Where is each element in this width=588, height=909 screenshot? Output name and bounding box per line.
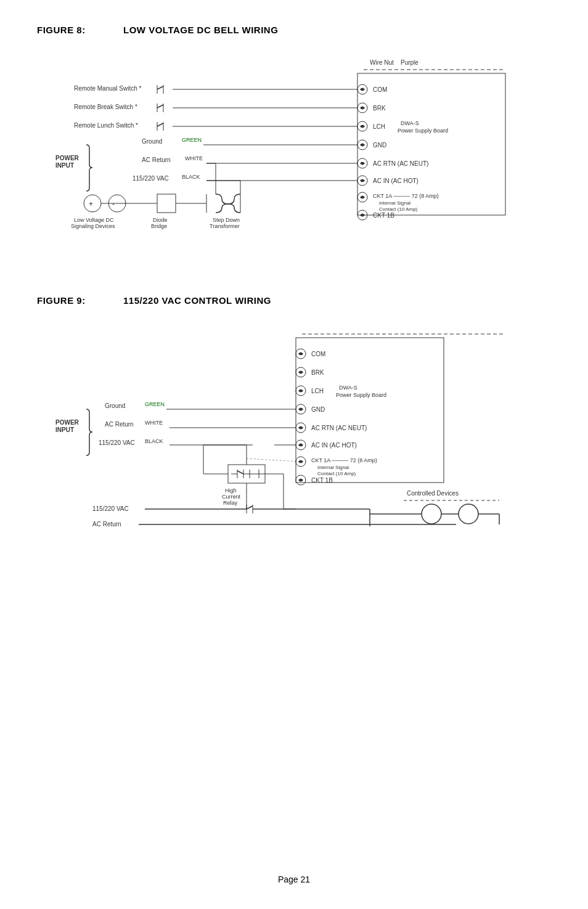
svg-text:CKT 1A ——— 72 (8 Amp): CKT 1A ——— 72 (8 Amp) [311, 457, 377, 463]
svg-text:POWER: POWER [55, 419, 80, 426]
svg-text:Wire Nut: Wire Nut [370, 59, 394, 66]
svg-text:GND: GND [311, 406, 325, 413]
svg-text:-: - [112, 200, 115, 208]
svg-line-125 [247, 506, 253, 509]
svg-text:Controlled Devices: Controlled Devices [407, 490, 459, 497]
svg-text:+: + [89, 200, 93, 208]
svg-text:GREEN: GREEN [145, 401, 165, 407]
figure8-section: FIGURE 8: LOW VOLTAGE DC BELL WIRING Wir… [37, 25, 551, 271]
svg-text:Internal Signal: Internal Signal [379, 200, 410, 206]
svg-text:AC Return: AC Return [92, 521, 121, 528]
svg-point-132 [459, 504, 478, 524]
svg-line-33 [157, 105, 163, 108]
figure8-title-text: LOW VOLTAGE DC BELL WIRING [123, 25, 278, 35]
svg-text:WHITE: WHITE [185, 155, 203, 161]
svg-text:Low Voltage DC: Low Voltage DC [74, 217, 114, 223]
svg-text:Current: Current [222, 494, 241, 500]
svg-text:AC RTN (AC NEUT): AC RTN (AC NEUT) [311, 425, 367, 431]
svg-text:AC Return: AC Return [142, 157, 171, 163]
svg-text:INPUT: INPUT [55, 162, 74, 169]
svg-text:AC Return: AC Return [105, 421, 134, 428]
svg-text:BLACK: BLACK [145, 438, 163, 444]
svg-text:CKT 1B: CKT 1B [311, 477, 333, 484]
svg-text:AC IN (AC HOT): AC IN (AC HOT) [311, 442, 357, 449]
svg-text:CKT 1A ——— 72 (8 Amp): CKT 1A ——— 72 (8 Amp) [373, 193, 439, 199]
figure8-title: FIGURE 8: LOW VOLTAGE DC BELL WIRING [37, 25, 551, 35]
figure8-diagram: Wire Nut Purple COM BRK LCH [37, 46, 551, 240]
svg-text:Power Supply Board: Power Supply Board [398, 128, 448, 134]
svg-text:Remote Break Switch *: Remote Break Switch * [74, 104, 137, 110]
svg-text:Ground: Ground [142, 138, 162, 145]
svg-text:115/220 VAC: 115/220 VAC [92, 505, 129, 512]
svg-text:Step Down: Step Down [213, 217, 240, 223]
svg-text:Internal Signal: Internal Signal [317, 465, 349, 470]
svg-text:Diode: Diode [153, 217, 168, 223]
svg-text:115/220 VAC: 115/220 VAC [99, 439, 135, 446]
figure9-section: FIGURE 9: 115/220 VAC CONTROL WIRING COM… [37, 295, 551, 578]
svg-text:COM: COM [373, 86, 387, 93]
svg-text:AC IN (AC HOT): AC IN (AC HOT) [373, 177, 419, 184]
svg-line-120 [247, 459, 301, 462]
svg-line-38 [157, 123, 163, 126]
svg-text:Contact (10 Amp): Contact (10 Amp) [317, 471, 356, 476]
svg-text:BRK: BRK [311, 369, 324, 376]
figure9-label: FIGURE 9: [37, 295, 105, 306]
svg-text:INPUT: INPUT [55, 426, 74, 433]
svg-text:DWA-S: DWA-S [401, 120, 419, 126]
svg-text:Transformer: Transformer [210, 223, 240, 229]
svg-text:BLACK: BLACK [182, 174, 200, 180]
svg-text:115/220 VAC: 115/220 VAC [133, 175, 169, 182]
svg-text:CKT 1B: CKT 1B [373, 212, 394, 219]
svg-text:Remote Lunch Switch *: Remote Lunch Switch * [74, 122, 138, 129]
svg-text:COM: COM [311, 351, 325, 357]
svg-rect-56 [157, 194, 176, 213]
figure8-svg: Wire Nut Purple COM BRK LCH [37, 46, 542, 237]
figure8-label: FIGURE 8: [37, 25, 105, 35]
svg-text:Ground: Ground [105, 402, 125, 409]
svg-text:Bridge: Bridge [151, 223, 167, 229]
svg-text:Remote Manual Switch *: Remote Manual Switch * [74, 85, 142, 92]
figure9-title-text: 115/220 VAC CONTROL WIRING [123, 295, 271, 306]
svg-text:Signaling Devices: Signaling Devices [71, 223, 115, 229]
svg-text:High: High [225, 487, 237, 494]
page: FIGURE 8: LOW VOLTAGE DC BELL WIRING Wir… [0, 0, 588, 909]
svg-text:Power Supply Board: Power Supply Board [336, 392, 386, 398]
figure9-svg: COM BRK LCH DWA-S Power Supply Board GND [37, 317, 542, 545]
svg-text:LCH: LCH [311, 388, 324, 394]
svg-text:Purple: Purple [401, 59, 419, 66]
figure9-title: FIGURE 9: 115/220 VAC CONTROL WIRING [37, 295, 551, 306]
svg-text:Relay: Relay [223, 500, 238, 506]
svg-text:Contact (10 Amp): Contact (10 Amp) [379, 206, 418, 212]
figure9-diagram: COM BRK LCH DWA-S Power Supply Board GND [37, 317, 551, 547]
svg-line-28 [157, 86, 163, 89]
svg-line-109 [237, 471, 243, 474]
svg-text:GND: GND [373, 142, 386, 149]
svg-text:POWER: POWER [55, 155, 80, 161]
svg-point-131 [422, 504, 441, 524]
svg-text:DWA-S: DWA-S [339, 385, 357, 391]
svg-text:WHITE: WHITE [145, 420, 163, 426]
svg-text:AC RTN (AC NEUT): AC RTN (AC NEUT) [373, 160, 428, 167]
page-number: Page 21 [37, 856, 551, 884]
svg-text:BRK: BRK [373, 105, 386, 112]
svg-text:GREEN: GREEN [182, 137, 202, 143]
svg-text:LCH: LCH [373, 123, 385, 130]
